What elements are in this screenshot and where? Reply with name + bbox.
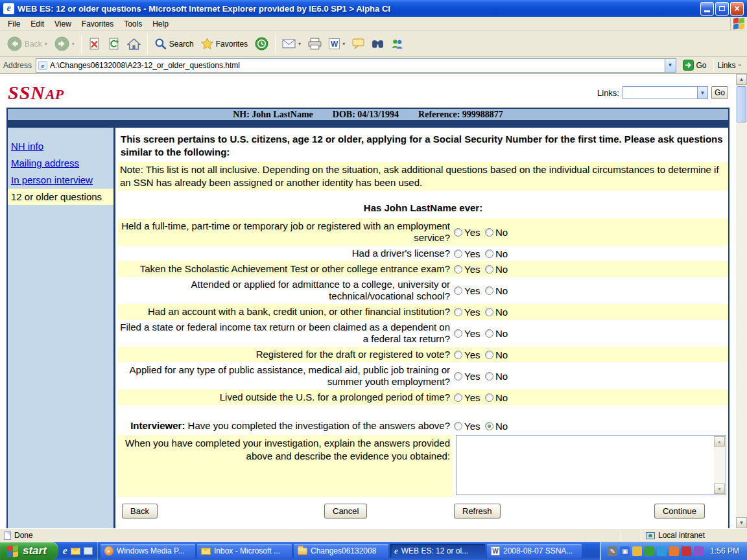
- menu-view[interactable]: View: [49, 18, 77, 30]
- yes-radio[interactable]: [454, 393, 462, 402]
- start-button[interactable]: start: [0, 542, 58, 560]
- page-go-button[interactable]: Go: [711, 86, 728, 99]
- chevron-down-icon: ▾: [72, 41, 75, 47]
- messenger-tray-icon[interactable]: [657, 546, 667, 556]
- question-text: Had an account with a bank, credit union…: [118, 306, 450, 318]
- question-row: Had an account with a bank, credit union…: [118, 304, 728, 320]
- menu-file[interactable]: File: [3, 18, 25, 30]
- no-radio[interactable]: [485, 372, 493, 380]
- taskbar-clock[interactable]: 1:56 PM: [710, 546, 739, 555]
- yes-radio[interactable]: [454, 308, 462, 316]
- messenger-button[interactable]: [388, 36, 407, 52]
- scrollbar-track[interactable]: [736, 85, 747, 517]
- question-text: Registered for the draft or registered t…: [118, 349, 450, 360]
- search-button[interactable]: Search: [151, 35, 197, 52]
- print-button[interactable]: [305, 35, 325, 52]
- links-select[interactable]: ▼: [622, 86, 708, 99]
- research-button[interactable]: [368, 36, 387, 51]
- sidebar-item-nh-info[interactable]: NH info: [8, 138, 113, 154]
- yes-radio[interactable]: [454, 265, 462, 274]
- no-radio[interactable]: [485, 286, 493, 295]
- pen-tablet-icon[interactable]: ✎: [608, 546, 617, 556]
- address-input[interactable]: e A:\Changes06132008\A23-12_or_older_que…: [36, 58, 676, 73]
- no-radio[interactable]: [485, 393, 493, 402]
- no-radio[interactable]: [485, 351, 493, 359]
- explanation-textarea[interactable]: ▲ ▼: [456, 435, 726, 495]
- cancel-button[interactable]: Cancel: [324, 504, 367, 519]
- scheduler-icon[interactable]: [632, 546, 642, 556]
- address-dropdown-button[interactable]: ▼: [665, 59, 676, 72]
- network-icon[interactable]: [694, 546, 704, 556]
- taskbar-item-word-doc[interactable]: W 2008-08-07 SSNA...: [487, 544, 582, 558]
- taskbar-item-media-player[interactable]: ▸ Windows Media P...: [101, 544, 195, 558]
- menu-edit[interactable]: Edit: [25, 18, 49, 30]
- back-form-button[interactable]: Back: [122, 504, 158, 519]
- scroll-down-icon[interactable]: ▼: [714, 484, 725, 494]
- textarea-scrollbar[interactable]: ▲ ▼: [714, 436, 725, 494]
- refresh-button[interactable]: [104, 35, 123, 52]
- continue-button[interactable]: Continue: [654, 504, 705, 519]
- mail-button[interactable]: ▾: [279, 36, 304, 51]
- back-button[interactable]: Back ▾: [4, 34, 51, 54]
- favorites-button[interactable]: Favorites: [198, 35, 251, 52]
- task-buttons: ▸ Windows Media P... Inbox - Microsoft .…: [98, 542, 600, 560]
- binoculars-icon: [372, 39, 384, 49]
- menu-help[interactable]: Help: [147, 18, 174, 30]
- edit-with-word-button[interactable]: W ▾: [326, 36, 348, 52]
- stop-button[interactable]: [85, 35, 104, 52]
- home-button[interactable]: [124, 35, 144, 52]
- scroll-down-icon[interactable]: ▼: [736, 517, 747, 528]
- yes-radio[interactable]: [454, 329, 462, 338]
- explanation-row: When you have completed your investigati…: [118, 435, 728, 497]
- note-text: Note: This list is not all inclusive. De…: [118, 162, 728, 191]
- scroll-up-icon[interactable]: ▲: [714, 436, 725, 447]
- volume-icon[interactable]: [682, 546, 691, 556]
- chevron-right-icon: »: [739, 62, 741, 68]
- yes-radio[interactable]: [454, 286, 462, 295]
- no-radio[interactable]: [485, 329, 493, 338]
- no-radio[interactable]: [485, 228, 493, 237]
- taskbar-item-folder[interactable]: Changes06132008: [294, 544, 388, 558]
- interviewer-label: Interviewer:: [130, 420, 185, 431]
- ie-quicklaunch-icon[interactable]: e: [63, 545, 67, 557]
- history-button[interactable]: [252, 34, 272, 53]
- yes-radio[interactable]: [454, 250, 462, 258]
- sidebar-item-mailing-address[interactable]: Mailing address: [8, 155, 113, 171]
- taskbar-item-web-es[interactable]: e WEB ES: 12 or ol...: [390, 544, 485, 558]
- antivirus-icon[interactable]: [645, 546, 654, 556]
- show-desktop-icon[interactable]: [84, 547, 93, 555]
- display-settings-icon[interactable]: ▣: [620, 546, 630, 556]
- forward-button[interactable]: ▾: [51, 34, 78, 54]
- outlook-quicklaunch-icon[interactable]: [71, 548, 80, 555]
- minimize-button[interactable]: [700, 2, 714, 16]
- links-toolbar[interactable]: Links »: [718, 61, 744, 70]
- scrollbar-thumb[interactable]: [737, 86, 746, 122]
- toolbar-separator: [147, 34, 148, 54]
- taskbar-item-inbox[interactable]: Inbox - Microsoft ...: [197, 544, 292, 558]
- go-button[interactable]: Go: [680, 58, 709, 72]
- menu-favorites[interactable]: Favorites: [77, 18, 119, 30]
- no-radio[interactable]: [485, 308, 493, 316]
- sidebar-item-12-or-older-questions[interactable]: 12 or older questions: [8, 189, 113, 205]
- update-icon[interactable]: [669, 546, 679, 556]
- no-radio[interactable]: [485, 265, 493, 274]
- yes-radio[interactable]: [454, 228, 462, 237]
- content-table: NH: John LastName DOB: 04/13/1994 Refere…: [6, 108, 729, 528]
- interviewer-no-radio[interactable]: [485, 422, 493, 430]
- yes-radio[interactable]: [454, 351, 462, 359]
- logo-ap: AP: [45, 86, 64, 102]
- no-radio[interactable]: [485, 250, 493, 258]
- vertical-scrollbar[interactable]: ▲ ▼: [736, 74, 747, 528]
- scroll-up-icon[interactable]: ▲: [736, 74, 747, 85]
- sidebar-item-in-person-interview[interactable]: In person interview: [8, 172, 113, 188]
- interviewer-yes-radio[interactable]: [454, 422, 462, 430]
- restore-button[interactable]: [715, 2, 729, 16]
- home-icon: [127, 38, 141, 50]
- refresh-form-button[interactable]: Refresh: [454, 504, 501, 519]
- close-button[interactable]: ×: [730, 2, 744, 16]
- discuss-button[interactable]: [349, 36, 368, 52]
- yes-radio[interactable]: [454, 372, 462, 380]
- links-select-dropdown-icon[interactable]: ▼: [697, 87, 707, 99]
- menu-tools[interactable]: Tools: [119, 18, 147, 30]
- local-intranet-icon: [646, 532, 655, 539]
